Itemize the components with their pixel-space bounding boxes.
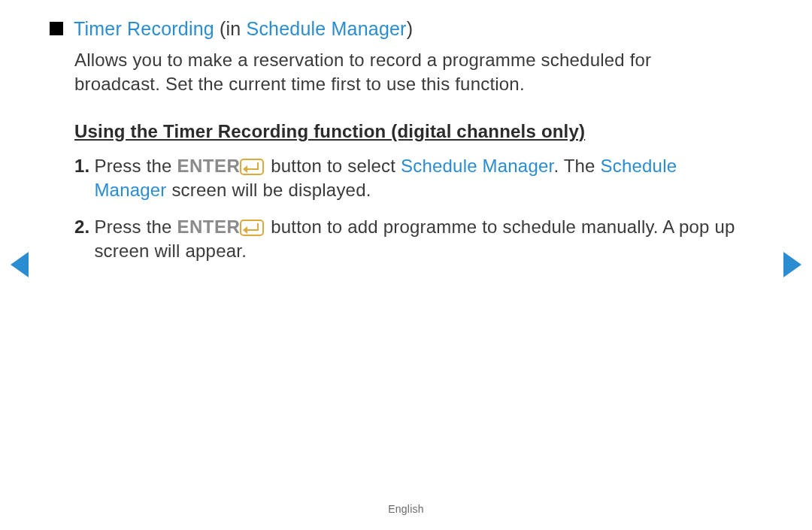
text: Press the (94, 217, 177, 237)
step-body: Press the ENTER button to select Schedul… (94, 154, 740, 203)
text: Press the (94, 156, 177, 176)
next-page-arrow[interactable] (783, 252, 801, 277)
prev-page-arrow[interactable] (11, 252, 29, 277)
text: . The (553, 156, 600, 176)
link-schedule-manager: Schedule Manager (401, 156, 553, 176)
subheading: Using the Timer Recording function (digi… (74, 120, 740, 144)
text: screen will be displayed. (167, 180, 371, 200)
step-2: 2. Press the ENTER button to add program… (74, 215, 740, 264)
title-part-timer-recording: Timer Recording (74, 18, 214, 39)
enter-label: ENTER (177, 217, 240, 237)
text: button to select (265, 156, 401, 176)
steps-list: 1. Press the ENTER button to select Sche… (74, 154, 740, 264)
step-body: Press the ENTER button to add programme … (94, 215, 740, 264)
step-number: 2. (74, 215, 89, 264)
page-content: Timer Recording (in Schedule Manager) Al… (0, 0, 812, 263)
heading-row: Timer Recording (in Schedule Manager) (50, 17, 740, 42)
enter-icon (240, 159, 264, 175)
footer-language: English (0, 502, 812, 516)
intro-text: Allows you to make a reservation to reco… (74, 48, 740, 97)
enter-icon (240, 220, 264, 236)
title-part-close-paren: ) (407, 18, 414, 39)
enter-label: ENTER (177, 156, 240, 176)
square-bullet-icon (50, 22, 63, 35)
step-1: 1. Press the ENTER button to select Sche… (74, 154, 740, 203)
step-number: 1. (74, 154, 89, 203)
title-part-in: (in (214, 18, 247, 39)
page-title: Timer Recording (in Schedule Manager) (74, 17, 413, 42)
title-part-schedule-manager: Schedule Manager (247, 18, 407, 39)
